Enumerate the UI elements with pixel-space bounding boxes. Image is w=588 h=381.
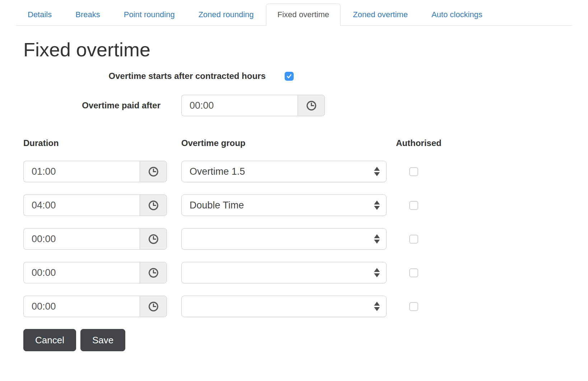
paid-after-clock-button[interactable] xyxy=(298,95,325,116)
tab-zoned-rounding[interactable]: Zoned rounding xyxy=(187,4,265,26)
duration-input[interactable] xyxy=(23,228,140,250)
tab-details[interactable]: Details xyxy=(16,4,63,26)
overtime-group-column-header: Overtime group xyxy=(181,138,396,148)
duration-input[interactable] xyxy=(23,262,140,283)
duration-clock-button[interactable] xyxy=(140,262,167,283)
clock-icon xyxy=(148,267,159,279)
duration-clock-button[interactable] xyxy=(140,161,167,182)
overtime-row-3 xyxy=(23,228,588,250)
tab-fixed-overtime[interactable]: Fixed overtime xyxy=(266,4,341,26)
grid-headers: Duration Overtime group Authorised xyxy=(23,138,588,149)
overtime-group-select[interactable]: Double Time xyxy=(181,194,387,216)
duration-time-group xyxy=(23,194,167,216)
tab-breaks-label[interactable]: Breaks xyxy=(64,4,111,26)
tab-zoned-overtime-label[interactable]: Zoned overtime xyxy=(341,4,419,26)
duration-time-group xyxy=(23,228,167,250)
clock-icon xyxy=(148,199,159,211)
duration-input[interactable] xyxy=(23,296,140,317)
clock-icon xyxy=(305,100,317,112)
overtime-group-select[interactable] xyxy=(181,296,387,317)
clock-icon xyxy=(148,233,159,245)
tab-point-rounding-label[interactable]: Point rounding xyxy=(112,4,186,26)
tab-breaks[interactable]: Breaks xyxy=(64,4,111,26)
up-down-arrows-icon xyxy=(374,234,380,244)
tab-bar: Details Breaks Point rounding Zoned roun… xyxy=(16,4,572,26)
overtime-group-select[interactable] xyxy=(181,228,387,250)
tab-auto-clockings[interactable]: Auto clockings xyxy=(420,4,494,26)
overtime-row-2: Double Time xyxy=(23,194,588,216)
checkmark-icon xyxy=(286,73,293,80)
authorised-checkbox[interactable] xyxy=(409,201,418,210)
overtime-group-value: Double Time xyxy=(190,200,374,211)
overtime-row-4 xyxy=(23,262,588,283)
duration-input[interactable] xyxy=(23,194,140,216)
contracted-hours-label: Overtime starts after contracted hours xyxy=(23,71,266,81)
overtime-row-5 xyxy=(23,296,588,317)
page-title: Fixed overtime xyxy=(23,39,588,60)
duration-time-group xyxy=(23,161,167,182)
duration-clock-button[interactable] xyxy=(140,296,167,317)
up-down-arrows-icon xyxy=(374,167,380,176)
paid-after-input[interactable] xyxy=(181,95,298,116)
duration-time-group xyxy=(23,262,167,283)
contracted-hours-row: Overtime starts after contracted hours xyxy=(23,70,588,82)
paid-after-label: Overtime paid after xyxy=(23,100,160,110)
fixed-overtime-panel: Fixed overtime Overtime starts after con… xyxy=(0,39,588,351)
cancel-button[interactable]: Cancel xyxy=(23,329,76,351)
authorised-checkbox[interactable] xyxy=(409,167,418,176)
authorised-checkbox[interactable] xyxy=(409,302,418,311)
clock-icon xyxy=(148,301,159,312)
authorised-checkbox[interactable] xyxy=(409,268,418,277)
paid-after-row: Overtime paid after xyxy=(23,95,588,116)
tab-zoned-overtime[interactable]: Zoned overtime xyxy=(341,4,419,26)
tab-auto-clockings-label[interactable]: Auto clockings xyxy=(420,4,494,26)
tab-zoned-rounding-label[interactable]: Zoned rounding xyxy=(187,4,265,26)
form-actions: Cancel Save xyxy=(23,329,588,351)
authorised-column-header: Authorised xyxy=(396,138,442,148)
tab-point-rounding[interactable]: Point rounding xyxy=(112,4,186,26)
duration-clock-button[interactable] xyxy=(140,194,167,216)
duration-column-header: Duration xyxy=(23,138,181,148)
duration-clock-button[interactable] xyxy=(140,228,167,250)
overtime-group-select[interactable] xyxy=(181,262,387,283)
overtime-group-select[interactable]: Overtime 1.5 xyxy=(181,161,387,182)
duration-input[interactable] xyxy=(23,161,140,182)
overtime-row-1: Overtime 1.5 xyxy=(23,161,588,182)
tab-fixed-overtime-label[interactable]: Fixed overtime xyxy=(266,4,341,26)
tab-details-label[interactable]: Details xyxy=(16,4,63,26)
clock-icon xyxy=(148,166,159,178)
authorised-checkbox[interactable] xyxy=(409,235,418,244)
contracted-hours-checkbox[interactable] xyxy=(285,72,294,81)
up-down-arrows-icon xyxy=(374,302,380,311)
duration-time-group xyxy=(23,296,167,317)
up-down-arrows-icon xyxy=(374,201,380,210)
overtime-group-value: Overtime 1.5 xyxy=(190,166,374,177)
paid-after-time-group xyxy=(181,95,325,116)
up-down-arrows-icon xyxy=(374,268,380,277)
save-button[interactable]: Save xyxy=(80,329,125,351)
